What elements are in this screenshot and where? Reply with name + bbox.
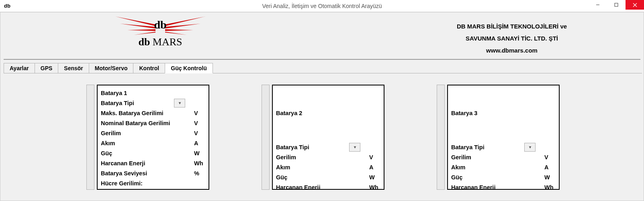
- svg-rect-1: [615, 3, 618, 6]
- battery1-row-label: Harcanan Enerji: [101, 160, 194, 166]
- battery1-row-label: Batarya Seviyesi: [101, 170, 194, 177]
- battery1-row-label: Maks. Batarya Gerilimi: [101, 110, 194, 116]
- battery2-row-label: Gerilim: [276, 154, 369, 160]
- company-website: www.dbmars.com: [407, 45, 616, 57]
- battery2-row-unit: A: [369, 164, 380, 171]
- battery3-type-dropdown[interactable]: ▾: [524, 143, 536, 152]
- logo-text: db MARS: [104, 36, 217, 48]
- battery1-row-unit: W: [194, 150, 205, 156]
- battery2-panel: Batarya 2 Batarya Tipi ▾ GerilimV AkımA …: [272, 85, 384, 190]
- battery2-row-label: Güç: [276, 174, 369, 181]
- maximize-icon: [614, 3, 618, 7]
- battery2-type-label: Batarya Tipi: [276, 144, 349, 150]
- close-button[interactable]: [626, 0, 644, 10]
- battery3-title: Batarya 3: [451, 108, 556, 118]
- battery1-row-unit: %: [194, 170, 205, 177]
- battery1-row-unit: A: [194, 140, 205, 146]
- svg-text:db: db: [154, 18, 166, 31]
- company-line2: SAVUNMA SANAYİ TİC. LTD. ŞTİ: [407, 32, 616, 45]
- company-line1: DB MARS BİLİŞİM TEKNOLOJİLERİ ve: [407, 20, 616, 32]
- tab-guc-kontrolu[interactable]: Güç Kontrolü: [165, 63, 213, 73]
- battery2-type-dropdown[interactable]: ▾: [349, 143, 360, 152]
- battery3-row-label: Güç: [451, 174, 544, 181]
- battery2-title: Batarya 2: [276, 108, 380, 118]
- battery2-row-unit: Wh: [369, 184, 380, 190]
- tab-gps[interactable]: GPS: [35, 63, 59, 73]
- battery2-row-unit: V: [369, 154, 380, 160]
- battery2-row-unit: W: [369, 174, 380, 181]
- close-icon: [633, 3, 637, 7]
- battery3-row-label: Harcanan Enerji: [451, 184, 544, 190]
- battery1-row-label: Güç: [101, 150, 194, 156]
- battery3-handle[interactable]: [437, 85, 445, 190]
- battery1-row-label: Nominal Batarya Gerilimi: [101, 120, 194, 126]
- tab-ayarlar[interactable]: Ayarlar: [4, 63, 35, 73]
- battery1-handle[interactable]: [86, 85, 94, 190]
- battery1-group: Batarya 1 Batarya Tipi ▾ Maks. Batarya G…: [86, 85, 209, 190]
- minimize-icon: [596, 3, 600, 7]
- battery1-row-unit: V: [194, 130, 205, 136]
- chevron-down-icon: ▾: [354, 145, 356, 149]
- battery1-cell-label: Hücre Gerilimi:: [101, 180, 205, 187]
- titlebar: db Veri Analiz, İletişim ve Otomatik Kon…: [0, 0, 644, 12]
- logo: db db MARS: [104, 16, 217, 48]
- battery3-row-label: Akım: [451, 164, 544, 171]
- battery3-row-unit: W: [544, 174, 556, 181]
- battery3-row-label: Gerilim: [451, 154, 544, 160]
- battery2-group: Batarya 2 Batarya Tipi ▾ GerilimV AkımA …: [262, 85, 384, 190]
- battery1-title: Batarya 1: [101, 88, 205, 98]
- battery3-type-label: Batarya Tipi: [451, 144, 524, 150]
- battery1-row-label: Akım: [101, 140, 194, 146]
- battery2-handle[interactable]: [262, 85, 270, 190]
- tab-sensor[interactable]: Sensör: [58, 63, 89, 73]
- battery1-row-unit: V: [194, 110, 205, 116]
- battery1-row-unit: V: [194, 120, 205, 126]
- battery2-row-label: Akım: [276, 164, 369, 171]
- logo-wings-icon: db: [104, 16, 217, 38]
- app-icon: db: [3, 2, 11, 10]
- battery3-panel: Batarya 3 Batarya Tipi ▾ GerilimV AkımA …: [447, 85, 560, 190]
- content-area: Batarya 1 Batarya Tipi ▾ Maks. Batarya G…: [2, 73, 642, 190]
- battery1-type-label: Batarya Tipi: [101, 100, 174, 106]
- battery1-row-unit: Wh: [194, 160, 205, 166]
- battery2-row-label: Harcanan Enerji: [276, 184, 369, 190]
- battery3-row-unit: Wh: [544, 184, 556, 190]
- tab-kontrol[interactable]: Kontrol: [133, 63, 165, 73]
- header: db db MARS DB MARS BİLİŞİM TEKNOLOJİLERİ…: [4, 16, 640, 60]
- tab-motor-servo[interactable]: Motor/Servo: [89, 63, 134, 73]
- chevron-down-icon: ▾: [529, 145, 531, 149]
- battery1-panel: Batarya 1 Batarya Tipi ▾ Maks. Batarya G…: [97, 85, 209, 190]
- window-title: Veri Analiz, İletişim ve Otomatik Kontro…: [0, 3, 644, 9]
- maximize-button[interactable]: [607, 0, 626, 10]
- chevron-down-icon: ▾: [179, 101, 181, 105]
- battery3-row-unit: V: [544, 154, 556, 160]
- battery1-row-label: Gerilim: [101, 130, 194, 136]
- battery3-group: Batarya 3 Batarya Tipi ▾ GerilimV AkımA …: [437, 85, 560, 190]
- company-info: DB MARS BİLİŞİM TEKNOLOJİLERİ ve SAVUNMA…: [407, 20, 616, 57]
- tab-bar: Ayarlar GPS Sensör Motor/Servo Kontrol G…: [4, 63, 642, 73]
- minimize-button[interactable]: [589, 0, 607, 10]
- battery1-type-dropdown[interactable]: ▾: [174, 99, 185, 108]
- battery3-row-unit: A: [544, 164, 556, 171]
